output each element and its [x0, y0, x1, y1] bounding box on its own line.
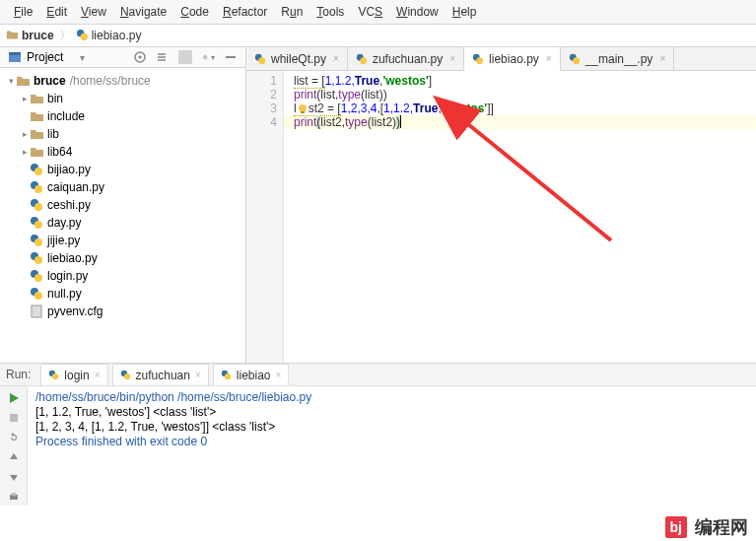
svg-marker-41 — [10, 393, 19, 403]
svg-point-5 — [138, 55, 141, 58]
svg-point-28 — [360, 57, 367, 64]
collapse-all-icon[interactable] — [155, 50, 169, 64]
close-icon[interactable]: × — [546, 53, 552, 64]
breadcrumb-sep: 〉 — [60, 29, 70, 42]
run-tab-active[interactable]: liebiao× — [213, 364, 290, 385]
gear-icon[interactable]: ▾ — [202, 50, 216, 64]
close-icon[interactable]: × — [333, 53, 339, 64]
project-view-dropdown[interactable]: ▾ — [80, 52, 85, 63]
close-icon[interactable]: × — [95, 370, 101, 380]
close-icon[interactable]: × — [659, 53, 665, 64]
tree-folder[interactable]: ▸lib64 — [18, 143, 241, 161]
svg-rect-34 — [301, 111, 305, 113]
tree-file[interactable]: login.py — [18, 267, 241, 285]
close-icon[interactable]: × — [276, 370, 282, 380]
editor-panel: whileQt.py× zufuchuan.py× liebiao.py× __… — [246, 47, 756, 363]
menu-file[interactable]: File — [8, 3, 38, 21]
tree-folder[interactable]: ▸bin — [18, 90, 241, 107]
svg-point-40 — [225, 373, 231, 379]
run-body: /home/ss/bruce/bin/python /home/ss/bruce… — [0, 386, 756, 506]
tree-file[interactable]: day.py — [18, 214, 241, 232]
tree-file[interactable]: bijiao.py — [18, 161, 241, 178]
stop-icon[interactable] — [5, 409, 23, 427]
restart-icon[interactable] — [5, 429, 23, 446]
editor-tab-active[interactable]: liebiao.py× — [464, 47, 561, 71]
svg-point-38 — [123, 373, 129, 379]
code-editor[interactable]: 1 2 3 4 list = [1,1.2,True,'westos'] pri… — [246, 71, 756, 363]
menu-edit[interactable]: Edit — [40, 3, 73, 21]
svg-rect-46 — [11, 493, 16, 496]
output-cmd: /home/ss/bruce/bin/python /home/ss/bruce… — [35, 390, 748, 405]
menu-help[interactable]: Help — [447, 3, 483, 21]
project-label[interactable]: Project — [27, 50, 76, 64]
svg-point-1 — [80, 34, 87, 40]
down-icon[interactable] — [5, 468, 23, 486]
menu-run[interactable]: Run — [275, 3, 309, 21]
svg-point-19 — [34, 256, 42, 264]
locate-icon[interactable] — [133, 50, 147, 64]
line-gutter: 1 2 3 4 — [246, 71, 284, 363]
project-tree[interactable]: ▾ bruce /home/ss/bruce ▸bin include ▸lib… — [0, 68, 245, 363]
svg-point-21 — [34, 274, 42, 282]
svg-point-26 — [258, 57, 265, 64]
svg-point-11 — [34, 185, 42, 193]
svg-point-6 — [204, 56, 206, 58]
tree-file[interactable]: jijie.py — [18, 232, 241, 249]
svg-point-23 — [34, 292, 42, 300]
output-line: [1, 1.2, True, 'westos'] <class 'list'> — [35, 405, 748, 420]
svg-marker-43 — [10, 453, 18, 459]
run-label: Run: — [6, 368, 31, 381]
editor-tab[interactable]: whileQt.py× — [246, 47, 348, 70]
menu-code[interactable]: Code — [174, 3, 215, 21]
breadcrumb-root[interactable]: bruce — [6, 29, 54, 42]
menu-navigate[interactable]: Navigate — [114, 3, 172, 21]
close-icon[interactable]: × — [449, 53, 455, 64]
close-icon[interactable]: × — [195, 370, 201, 380]
light-bulb-icon[interactable] — [297, 103, 309, 115]
menu-vcs[interactable]: VCS — [352, 3, 388, 21]
main-area: Project ▾ ▾ ▾ bruce /home/ss/bruce ▸bin … — [0, 47, 756, 363]
svg-point-32 — [573, 57, 580, 64]
tree-folder[interactable]: include — [18, 107, 241, 125]
up-icon[interactable] — [5, 448, 23, 466]
svg-point-36 — [52, 373, 58, 379]
editor-tab[interactable]: zufuchuan.py× — [348, 47, 464, 70]
site-logo: bj — [665, 516, 687, 538]
svg-rect-7 — [226, 56, 236, 58]
tree-file[interactable]: ceshi.py — [18, 196, 241, 214]
output-exit: Process finished with exit code 0 — [35, 435, 748, 449]
run-tab[interactable]: login× — [40, 364, 107, 385]
output-line: [1, 2, 3, 4, [1, 1.2, True, 'westos']] <… — [35, 420, 748, 435]
svg-point-15 — [34, 221, 42, 229]
tree-file[interactable]: caiquan.py — [18, 178, 241, 196]
run-icon[interactable] — [5, 389, 23, 407]
print-icon[interactable] — [5, 488, 23, 506]
tree-file[interactable]: null.py — [18, 285, 241, 303]
run-tool-window: Run: login× zufuchuan× liebiao× /home/ss… — [0, 363, 756, 506]
watermark: bj 编程网 — [665, 515, 748, 539]
editor-tab[interactable]: __main__.py× — [561, 47, 675, 70]
tree-file[interactable]: liebiao.py — [18, 249, 241, 267]
menu-tools[interactable]: Tools — [310, 3, 350, 21]
svg-rect-42 — [10, 414, 18, 422]
svg-point-30 — [476, 57, 483, 64]
run-side-toolbar — [0, 386, 28, 506]
svg-point-13 — [34, 203, 42, 211]
hide-icon[interactable] — [224, 50, 238, 64]
tree-folder[interactable]: ▸lib — [18, 125, 241, 143]
menu-bar: File Edit View Navigate Code Refactor Ru… — [0, 0, 756, 25]
project-tool-window: Project ▾ ▾ ▾ bruce /home/ss/bruce ▸bin … — [0, 47, 246, 363]
breadcrumb-file[interactable]: liebiao.py — [76, 29, 142, 42]
run-tab[interactable]: zufuchuan× — [112, 364, 209, 385]
menu-view[interactable]: View — [75, 3, 112, 21]
tree-file[interactable]: pyvenv.cfg — [18, 303, 241, 320]
menu-window[interactable]: Window — [390, 3, 445, 21]
project-icon — [8, 50, 22, 64]
menu-refactor[interactable]: Refactor — [217, 3, 273, 21]
tree-root[interactable]: ▾ bruce /home/ss/bruce — [4, 72, 241, 90]
run-output[interactable]: /home/ss/bruce/bin/python /home/ss/bruce… — [28, 386, 756, 506]
svg-point-33 — [299, 104, 307, 112]
code-body[interactable]: list = [1,1.2,True,'westos'] print(list,… — [284, 71, 756, 363]
svg-marker-44 — [10, 475, 18, 481]
svg-rect-24 — [32, 305, 41, 317]
